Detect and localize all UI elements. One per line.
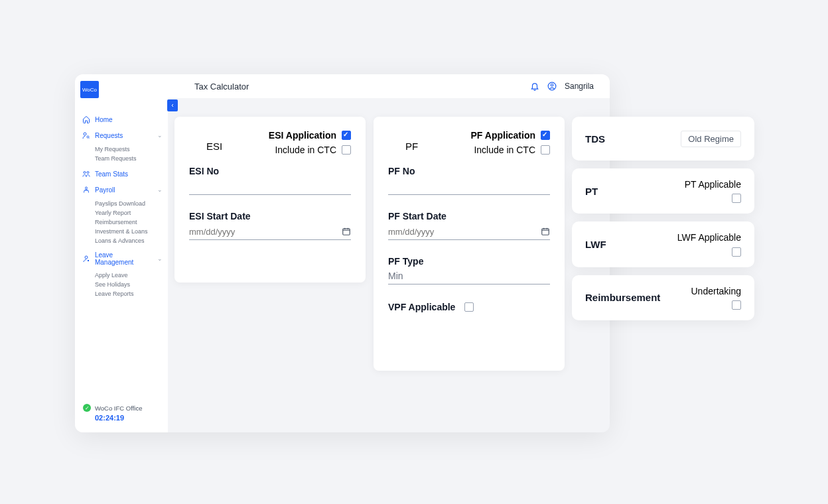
vpf-label: VPF Applicable	[388, 302, 455, 312]
clock: 02:24:19	[95, 414, 161, 422]
pf-title: PF	[388, 130, 418, 152]
nav-requests[interactable]: Requests ⌄	[80, 129, 164, 142]
nav-home-label: Home	[95, 116, 113, 123]
svg-point-5	[85, 256, 88, 259]
nav-requests-label: Requests	[95, 132, 123, 139]
nav-sub-leavereports[interactable]: Leave Reports	[95, 289, 164, 298]
payroll-icon	[82, 185, 91, 194]
pf-application-checkbox[interactable]	[541, 131, 550, 140]
reimbursement-card[interactable]: Reimbursement Undertaking	[572, 275, 754, 320]
lwf-card[interactable]: LWF LWF Applicable	[572, 221, 754, 267]
logo: WoCo	[80, 81, 99, 98]
pf-date-label: PF Start Date	[388, 211, 550, 221]
esi-card: ESI ESI Application Include in CTC ESI N…	[174, 117, 366, 283]
pf-no-input[interactable]	[388, 178, 550, 195]
pf-type-select[interactable]: Min	[388, 268, 550, 284]
nav: Home Requests ⌄ My Requests Team Request…	[80, 113, 164, 400]
undertaking-label: Undertaking	[691, 286, 742, 296]
chevron-down-icon: ⌄	[157, 255, 163, 262]
tds-title: TDS	[585, 133, 605, 145]
content: ESI ESI Application Include in CTC ESI N…	[168, 98, 610, 432]
header: Tax Calculator Sangrila	[168, 74, 610, 98]
esi-application-checkbox[interactable]	[342, 131, 351, 140]
home-icon	[82, 115, 91, 124]
header-right: Sangrila	[530, 82, 594, 91]
teamstats-icon	[82, 169, 91, 178]
reimbursement-title: Reimbursement	[585, 292, 660, 303]
leave-icon	[82, 254, 91, 263]
side-stack: TDS Old Regime PT PT Applicable LWF LWF …	[572, 117, 754, 320]
user-icon[interactable]	[547, 82, 557, 91]
chevron-down-icon: ⌄	[157, 186, 163, 193]
svg-point-2	[84, 172, 86, 174]
main: Tax Calculator Sangrila ESI	[168, 74, 610, 432]
status-check-icon: ✓	[83, 404, 91, 412]
nav-sub-invest[interactable]: Investment & Loans	[95, 227, 164, 236]
esi-no-label: ESI No	[189, 166, 351, 176]
svg-point-3	[87, 172, 89, 174]
svg-point-7	[551, 84, 553, 87]
lwf-title: LWF	[585, 239, 606, 250]
esi-include-label: Include in CTC	[275, 145, 336, 155]
nav-leave[interactable]: Leave Management ⌄	[80, 249, 164, 268]
pf-date-input[interactable]	[388, 223, 550, 240]
nav-sub-reimb[interactable]: Reimbursement	[95, 218, 164, 227]
chevron-down-icon: ⌄	[157, 132, 163, 139]
nav-home[interactable]: Home	[80, 113, 164, 126]
svg-point-0	[84, 133, 86, 135]
tds-regime-pill[interactable]: Old Regime	[681, 131, 741, 147]
sidebar-collapse-button[interactable]	[167, 99, 178, 111]
username[interactable]: Sangrila	[565, 82, 594, 91]
esi-application-label: ESI Application	[269, 130, 336, 141]
nav-requests-sub: My Requests Team Requests	[80, 145, 164, 167]
nav-payroll-sub: Payslips Download Yearly Report Reimburs…	[80, 199, 164, 249]
office-name: WoCo IFC Office	[95, 405, 142, 412]
pf-type-label: PF Type	[388, 256, 550, 267]
bell-icon[interactable]	[530, 82, 539, 91]
nav-sub-payslips[interactable]: Payslips Download	[95, 199, 164, 208]
sidebar-footer: ✓ WoCo IFC Office 02:24:19	[80, 400, 164, 426]
nav-sub-holidays[interactable]: See Holidays	[95, 280, 164, 289]
nav-sub-yearly[interactable]: Yearly Report	[95, 208, 164, 218]
pf-application-label: PF Application	[471, 130, 535, 141]
pt-title: PT	[585, 186, 598, 197]
nav-payroll-label: Payroll	[95, 186, 115, 194]
pf-include-label: Include in CTC	[474, 145, 535, 155]
nav-payroll[interactable]: Payroll ⌄	[80, 183, 164, 196]
lwf-applicable-label: LWF Applicable	[677, 232, 741, 243]
vpf-checkbox[interactable]	[464, 302, 474, 312]
undertaking-checkbox[interactable]	[732, 300, 741, 310]
nav-sub-my-requests[interactable]: My Requests	[95, 145, 164, 154]
pf-no-label: PF No	[388, 166, 550, 176]
pf-card: PF PF Application Include in CTC PF No	[374, 117, 565, 371]
esi-date-label: ESI Start Date	[189, 211, 351, 221]
nav-teamstats[interactable]: Team Stats	[80, 167, 164, 180]
pt-card[interactable]: PT PT Applicable	[572, 168, 754, 214]
esi-no-input[interactable]	[189, 178, 351, 195]
lwf-checkbox[interactable]	[732, 247, 741, 257]
nav-sub-loans[interactable]: Loans & Advances	[95, 236, 164, 245]
nav-leave-sub: Apply Leave See Holidays Leave Reports	[80, 271, 164, 302]
tds-card[interactable]: TDS Old Regime	[572, 117, 754, 160]
pt-checkbox[interactable]	[732, 194, 741, 203]
page-title: Tax Calculator	[194, 82, 249, 92]
pt-applicable-label: PT Applicable	[685, 179, 741, 190]
nav-sub-apply[interactable]: Apply Leave	[95, 271, 164, 280]
pf-include-checkbox[interactable]	[541, 145, 550, 155]
office-status: ✓ WoCo IFC Office	[83, 404, 161, 412]
esi-date-input[interactable]	[189, 223, 351, 240]
app-shell: WoCo Home Requests ⌄ My Requests Team Re…	[75, 74, 610, 432]
sidebar: WoCo Home Requests ⌄ My Requests Team Re…	[75, 74, 168, 432]
nav-leave-label: Leave Management	[95, 251, 153, 266]
esi-include-checkbox[interactable]	[342, 145, 351, 155]
nav-sub-team-requests[interactable]: Team Requests	[95, 154, 164, 163]
svg-point-4	[86, 187, 88, 189]
esi-title: ESI	[189, 130, 222, 152]
person-search-icon	[82, 131, 91, 140]
nav-teamstats-label: Team Stats	[95, 170, 128, 178]
